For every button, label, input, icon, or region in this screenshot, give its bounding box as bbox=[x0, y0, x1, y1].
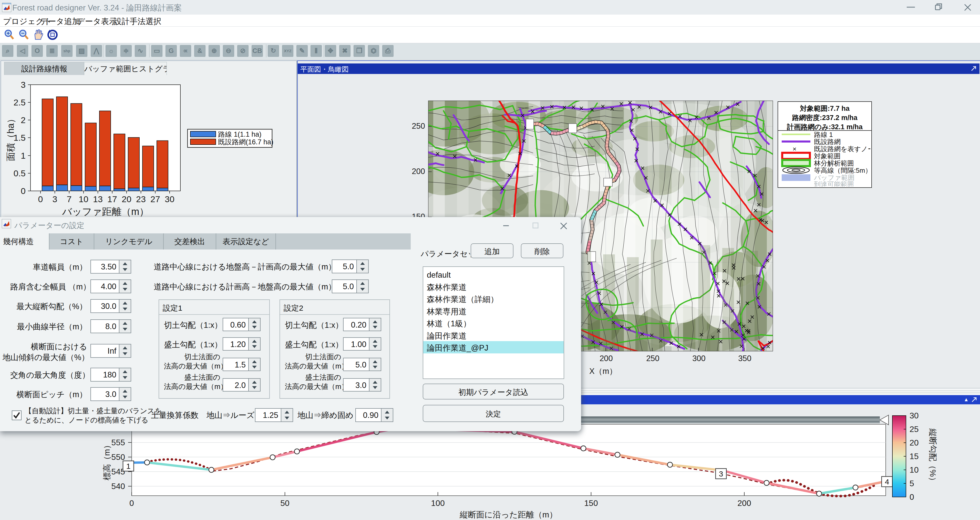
svg-text:0.5: 0.5 bbox=[14, 168, 25, 178]
svg-text:既設路網: 既設路網 bbox=[814, 138, 841, 146]
svg-text:既設路網(16.7 ha): 既設路網(16.7 ha) bbox=[218, 138, 274, 146]
svg-text:17: 17 bbox=[107, 194, 117, 204]
svg-text:15: 15 bbox=[910, 452, 919, 461]
svg-text:540: 540 bbox=[111, 482, 125, 491]
svg-text:標高（m）: 標高（m） bbox=[102, 441, 111, 480]
svg-text:27: 27 bbox=[150, 194, 160, 204]
svg-text:0: 0 bbox=[21, 186, 25, 196]
svg-text:5: 5 bbox=[910, 479, 914, 488]
svg-text:20: 20 bbox=[122, 194, 131, 204]
svg-text:3: 3 bbox=[719, 469, 723, 478]
svg-text:100: 100 bbox=[431, 498, 444, 508]
svg-text:555: 555 bbox=[111, 438, 125, 447]
svg-text:10: 10 bbox=[79, 194, 88, 204]
svg-text:7: 7 bbox=[67, 194, 72, 204]
svg-text:1: 1 bbox=[21, 151, 25, 160]
svg-text:路線 1(1.1 ha): 路線 1(1.1 ha) bbox=[218, 130, 262, 138]
svg-text:等高線（間隔:5m）: 等高線（間隔:5m） bbox=[814, 166, 870, 174]
svg-text:対象範囲: 対象範囲 bbox=[814, 152, 841, 160]
svg-text:既設路網を表すノード: 既設路網を表すノード bbox=[814, 145, 870, 153]
svg-text:25: 25 bbox=[910, 425, 919, 434]
svg-text:30: 30 bbox=[165, 194, 175, 204]
svg-text:路線 1: 路線 1 bbox=[814, 131, 833, 138]
svg-text:面積（ha）: 面積（ha） bbox=[5, 114, 16, 161]
svg-text:2: 2 bbox=[21, 115, 25, 125]
svg-text:0: 0 bbox=[910, 492, 914, 502]
svg-text:13: 13 bbox=[93, 194, 103, 204]
svg-text:200: 200 bbox=[737, 498, 751, 508]
svg-text:150: 150 bbox=[584, 498, 598, 508]
svg-text:0: 0 bbox=[38, 194, 43, 204]
svg-text:3: 3 bbox=[52, 194, 57, 204]
svg-text:縦断面に沿った距離（m）: 縦断面に沿った距離（m） bbox=[460, 510, 557, 519]
svg-text:バッファ距離（m）: バッファ距離（m） bbox=[62, 206, 149, 217]
svg-text:1: 1 bbox=[126, 462, 130, 470]
svg-text:50: 50 bbox=[280, 498, 290, 508]
svg-text:到達可能範囲: 到達可能範囲 bbox=[814, 181, 854, 187]
svg-text:550: 550 bbox=[111, 452, 125, 462]
svg-text:30: 30 bbox=[910, 411, 919, 420]
svg-text:2.5: 2.5 bbox=[14, 97, 25, 107]
svg-text:4: 4 bbox=[885, 477, 889, 486]
svg-text:20: 20 bbox=[910, 438, 919, 447]
svg-text:×: × bbox=[792, 145, 796, 153]
svg-text:縦断勾配（%）: 縦断勾配（%） bbox=[928, 428, 937, 485]
svg-text:23: 23 bbox=[136, 194, 146, 204]
svg-text:林分解析範囲: 林分解析範囲 bbox=[814, 159, 854, 167]
svg-text:0: 0 bbox=[129, 498, 134, 508]
svg-text:3: 3 bbox=[21, 80, 25, 90]
svg-text:10: 10 bbox=[910, 465, 919, 474]
